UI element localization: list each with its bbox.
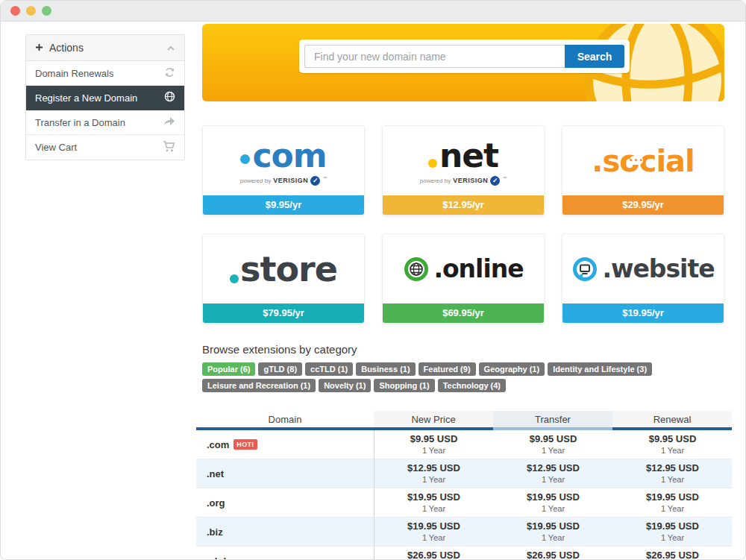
- powered-by-verisign: powered by VERISIGN ✓ ™: [240, 176, 327, 186]
- refresh-icon: [164, 67, 175, 80]
- verisign-check-icon: ✓: [490, 176, 500, 186]
- zoom-window-button[interactable]: [42, 6, 51, 16]
- column-header-transfer: Transfer: [493, 411, 612, 427]
- search-button[interactable]: Search: [565, 45, 624, 68]
- tld-card-website[interactable]: .website $19.95/yr: [562, 233, 724, 324]
- category-tag-gtld[interactable]: gTLD (8): [258, 362, 302, 376]
- price-term: 1 Year: [613, 446, 732, 455]
- category-tag-novelty[interactable]: Novelty (1): [319, 379, 371, 392]
- net-logo: net powered by VERISIGN ✓ ™: [383, 126, 544, 195]
- speech-bubble-icon: •••: [630, 156, 643, 165]
- transfer-arrow-icon: [163, 116, 175, 128]
- actions-panel-header: Actions: [26, 35, 184, 61]
- category-tag-business[interactable]: Business (1): [356, 362, 415, 376]
- tld-cards: com powered by VERISIGN ✓ ™ $9.95/yr net: [202, 125, 724, 324]
- tld-card-online[interactable]: .online $69.95/yr: [382, 233, 545, 324]
- category-tag-featured[interactable]: Featured (9): [419, 362, 476, 376]
- sidebar-item-label: Domain Renewals: [35, 68, 114, 79]
- main-content: Search com powered by VERISIGN ✓ ™ $9.95…: [202, 24, 724, 392]
- cart-icon: [163, 141, 175, 154]
- powered-by-text: powered by: [240, 177, 271, 184]
- domain-name: .org: [207, 497, 225, 509]
- table-row-org: .org $19.95 USD1 Year $19.95 USD1 Year $…: [196, 488, 732, 517]
- price-term: 1 Year: [494, 533, 612, 542]
- transfer-price: $9.95 USD: [494, 433, 612, 444]
- chevron-up-icon[interactable]: [166, 42, 175, 54]
- new-price: $9.95 USD: [374, 433, 493, 444]
- com-dot-icon: [240, 154, 250, 164]
- sidebar-item-domain-renewals[interactable]: Domain Renewals: [26, 61, 184, 86]
- verisign-brand: VERISIGN: [273, 177, 308, 184]
- new-price: $19.95 USD: [374, 520, 493, 532]
- tld-name: .website: [602, 254, 714, 283]
- tld-name: com: [252, 136, 326, 174]
- actions-panel: Actions Domain Renewals Register a New D…: [25, 34, 185, 160]
- category-tag-cctld[interactable]: ccTLD (1): [305, 362, 353, 376]
- tld-price-bar[interactable]: $79.95/yr: [203, 303, 364, 323]
- domain-name: .com: [207, 439, 229, 450]
- tld-card-store[interactable]: store $79.95/yr: [202, 233, 365, 324]
- column-header-domain: Domain: [196, 411, 374, 427]
- new-price: $19.95 USD: [374, 491, 493, 503]
- online-logo: .online: [383, 234, 544, 303]
- sidebar-item-label: View Cart: [35, 142, 77, 153]
- browse-categories-heading: Browse extensions by category: [202, 343, 724, 356]
- category-tag-leisure-recreation[interactable]: Leisure and Recreation (1): [202, 379, 316, 392]
- price-term: 1 Year: [374, 504, 493, 513]
- tld-name: net: [439, 136, 498, 174]
- category-tag-technology[interactable]: Technology (4): [438, 379, 506, 392]
- category-tags: Popular (6) gTLD (8) ccTLD (1) Business …: [202, 362, 724, 392]
- pricing-table-header: Domain New Price Transfer Renewal: [196, 411, 732, 427]
- domain-name: .net: [207, 468, 224, 479]
- tld-price-bar[interactable]: $12.95/yr: [383, 195, 544, 215]
- tld-price-bar[interactable]: $9.95/yr: [203, 195, 364, 215]
- powered-by-text: powered by: [420, 177, 451, 184]
- category-tag-popular[interactable]: Popular (6): [202, 362, 255, 376]
- table-row-club: .club $26.95 USD1 Year $26.95 USD1 Year …: [196, 547, 732, 560]
- price-term: 1 Year: [613, 475, 732, 484]
- tld-price-bar[interactable]: $29.95/yr: [562, 195, 724, 215]
- close-window-button[interactable]: [10, 6, 20, 16]
- trademark-symbol: ™: [502, 176, 507, 180]
- domain-name: .club: [207, 556, 229, 560]
- tld-pricing-table: Domain New Price Transfer Renewal .com H…: [196, 411, 732, 560]
- sidebar-item-label: Transfer in a Domain: [35, 117, 125, 128]
- tld-card-social[interactable]: .social ••• $29.95/yr: [562, 125, 724, 215]
- price-term: 1 Year: [374, 533, 493, 542]
- hot-badge: HOT!: [233, 439, 257, 450]
- renewal-price: $12.95 USD: [613, 462, 732, 474]
- verisign-check-icon: ✓: [310, 176, 320, 186]
- tld-price-bar[interactable]: $19.95/yr: [562, 303, 724, 323]
- domain-search-banner: Search: [202, 24, 724, 101]
- tld-card-net[interactable]: net powered by VERISIGN ✓ ™ $12.95/yr: [382, 125, 545, 215]
- price-term: 1 Year: [613, 504, 732, 513]
- pricing-table-body: .com HOT! $9.95 USD1 Year $9.95 USD1 Yea…: [196, 430, 732, 560]
- renewal-price: $19.95 USD: [613, 491, 732, 503]
- sidebar-item-register-new-domain[interactable]: Register a New Domain: [26, 86, 184, 110]
- tld-card-com[interactable]: com powered by VERISIGN ✓ ™ $9.95/yr: [202, 125, 365, 215]
- renewal-price: $26.95 USD: [613, 550, 732, 560]
- website-monitor-icon: [571, 256, 598, 283]
- price-term: 1 Year: [374, 446, 493, 455]
- price-term: 1 Year: [494, 446, 612, 455]
- tld-price-bar[interactable]: $69.95/yr: [383, 303, 544, 323]
- sidebar-item-view-cart[interactable]: View Cart: [26, 135, 184, 160]
- category-tag-identity-lifestyle[interactable]: Identity and Lifestyle (3): [548, 362, 652, 376]
- domain-search-input[interactable]: [304, 45, 565, 68]
- window-titlebar: [1, 1, 745, 22]
- table-row-com: .com HOT! $9.95 USD1 Year $9.95 USD1 Yea…: [196, 430, 732, 459]
- domain-name: .biz: [207, 526, 223, 538]
- minimize-window-button[interactable]: [26, 6, 36, 16]
- globe-icon: [164, 91, 175, 104]
- sidebar-item-transfer-in-domain[interactable]: Transfer in a Domain: [26, 110, 184, 135]
- store-logo: store: [203, 234, 364, 303]
- net-dot-icon: [428, 159, 437, 168]
- new-price: $12.95 USD: [374, 462, 493, 474]
- sidebar-item-label: Register a New Domain: [35, 92, 137, 104]
- transfer-price: $26.95 USD: [494, 550, 612, 560]
- online-globe-icon: [403, 256, 430, 283]
- category-tag-geography[interactable]: Geography (1): [479, 362, 545, 376]
- category-tag-shopping[interactable]: Shopping (1): [374, 379, 434, 392]
- column-header-renewal: Renewal: [612, 411, 732, 427]
- website-logo: .website: [562, 234, 724, 303]
